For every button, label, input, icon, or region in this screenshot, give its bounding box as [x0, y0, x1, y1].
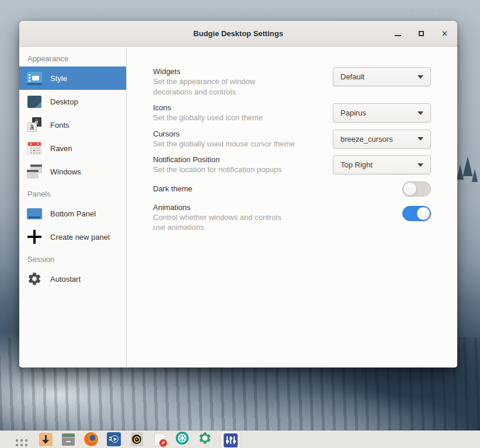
installer-icon	[39, 433, 53, 446]
dark-theme-toggle[interactable]	[402, 181, 431, 197]
toggle-knob	[403, 182, 417, 196]
panel-icon	[26, 206, 42, 222]
taskbar-item-software-installer[interactable]	[38, 432, 53, 447]
taskbar-item-webcam-viewer[interactable]	[129, 432, 144, 447]
sidebar-item-fonts[interactable]: ë à Fonts	[19, 113, 126, 136]
taskbar-item-system-tweaks[interactable]	[197, 432, 213, 447]
maximize-button[interactable]	[417, 29, 426, 38]
sidebar-item-windows[interactable]: Windows	[19, 160, 126, 183]
raven-icon	[26, 141, 42, 156]
setting-description: Set the globally used mouse cursor theme	[153, 139, 295, 149]
setting-title: Animations	[153, 203, 281, 212]
media-player-icon	[107, 432, 121, 446]
sidebar-item-desktop[interactable]: Desktop	[19, 90, 126, 113]
sidebar-item-autostart[interactable]: Autostart	[19, 267, 126, 290]
style-icon	[26, 71, 42, 86]
dropdown-value: Papirus	[340, 108, 366, 117]
plus-icon	[26, 229, 42, 245]
tweaks-gear-icon	[198, 431, 212, 447]
taskbar-item-text-editor[interactable]	[152, 432, 167, 447]
desktop-icon	[26, 94, 42, 110]
sidebar-item-create-new-panel[interactable]: Create new panel	[19, 225, 126, 249]
taskbar-item-archive-manager[interactable]	[61, 432, 76, 447]
gear-icon	[26, 271, 42, 287]
taskbar-item-media-player[interactable]	[106, 432, 121, 447]
toggle-knob	[416, 206, 430, 220]
taskbar-item-budgie-settings-active[interactable]	[220, 430, 241, 448]
screenshot-shutter-icon	[175, 431, 189, 447]
settings-panel: Widgets Set the appearance of window dec…	[127, 47, 457, 368]
chevron-down-icon	[418, 75, 423, 79]
app-grid-icon	[16, 439, 18, 442]
minimize-button[interactable]	[394, 29, 402, 38]
chevron-down-icon	[418, 111, 423, 115]
maximize-icon	[419, 31, 424, 36]
taskbar-item-screenshot-tool[interactable]	[175, 432, 190, 447]
chevron-down-icon	[418, 137, 423, 141]
setting-title: Cursors	[153, 130, 295, 138]
window-controls: ✕	[394, 21, 449, 46]
sidebar-item-label: Windows	[50, 167, 81, 176]
setting-row-notification-position: Notification Position Set the location f…	[153, 155, 431, 175]
sidebar-item-label: Raven	[50, 144, 72, 153]
cursor-theme-dropdown[interactable]: breeze_cursors	[333, 130, 431, 149]
section-header-appearance: Appearance	[19, 48, 126, 66]
sidebar-item-label: Create new panel	[50, 233, 110, 242]
sidebar-item-label: Style	[50, 74, 67, 83]
fonts-icon: ë à	[26, 117, 42, 133]
text-editor-icon	[154, 433, 165, 446]
setting-title: Notification Position	[153, 155, 281, 164]
setting-description: Control whether windows and controls use…	[153, 212, 281, 233]
minimize-icon	[395, 35, 401, 36]
titlebar[interactable]: Budgie Desktop Settings ✕	[19, 21, 457, 47]
dropdown-value: Default	[340, 72, 364, 81]
setting-title: Dark theme	[153, 184, 192, 193]
archive-icon	[62, 433, 75, 446]
dropdown-value: Top Right	[340, 160, 373, 169]
setting-description: Set the appearance of window decorations…	[153, 76, 255, 97]
taskbar	[0, 430, 480, 448]
sidebar-item-bottom-panel[interactable]: Bottom Panel	[19, 202, 126, 225]
sidebar: Appearance Style Desktop ë à Fonts	[19, 47, 127, 368]
notification-position-dropdown[interactable]: Top Right	[333, 155, 431, 174]
widgets-theme-dropdown[interactable]: Default	[333, 67, 431, 86]
webcam-icon	[131, 432, 143, 446]
setting-row-animations: Animations Control whether windows and c…	[153, 203, 431, 233]
setting-row-widgets: Widgets Set the appearance of window dec…	[153, 67, 431, 97]
sidebar-item-label: Fonts	[50, 121, 69, 130]
setting-row-dark-theme: Dark theme	[153, 181, 431, 197]
setting-description: Set the globally used icon theme	[153, 113, 263, 123]
close-button[interactable]: ✕	[440, 29, 449, 38]
windows-icon	[26, 164, 42, 180]
animations-toggle[interactable]	[402, 206, 431, 221]
window-title: Budgie Desktop Settings	[193, 29, 283, 38]
taskbar-item-firefox[interactable]	[84, 432, 99, 447]
setting-row-cursors: Cursors Set the globally used mouse curs…	[153, 130, 431, 149]
firefox-icon	[84, 432, 98, 446]
sidebar-item-raven[interactable]: Raven	[19, 136, 126, 160]
icon-theme-dropdown[interactable]: Papirus	[333, 103, 431, 123]
dropdown-value: breeze_cursors	[340, 135, 393, 144]
section-header-panels: Panels	[19, 183, 126, 202]
close-icon: ✕	[441, 30, 448, 37]
sidebar-item-label: Bottom Panel	[50, 209, 96, 218]
setting-row-icons: Icons Set the globally used icon theme P…	[153, 103, 431, 123]
setting-title: Widgets	[153, 67, 255, 76]
app-menu-button[interactable]	[8, 432, 23, 447]
section-header-session: Session	[19, 249, 126, 267]
sidebar-item-label: Desktop	[50, 97, 78, 106]
fonts-glyph-front: à	[27, 123, 37, 132]
sidebar-item-label: Autostart	[50, 275, 81, 284]
tree-silhouette	[461, 156, 474, 176]
setting-title: Icons	[153, 103, 263, 112]
budgie-settings-window: Budgie Desktop Settings ✕ Appearance Sty…	[19, 21, 457, 368]
setting-description: Set the location for notification popups	[153, 164, 281, 175]
chevron-down-icon	[418, 163, 423, 167]
sidebar-item-style[interactable]: Style	[19, 66, 126, 90]
budgie-settings-icon	[224, 433, 238, 447]
